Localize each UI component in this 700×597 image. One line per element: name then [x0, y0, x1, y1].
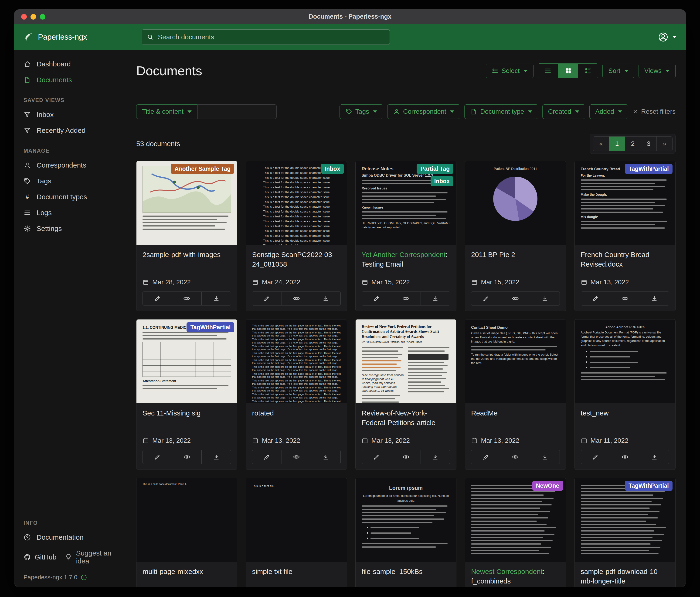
maximize-window-button[interactable]: [40, 14, 45, 20]
doc-title[interactable]: French Country Bread Revised.docx: [581, 250, 669, 272]
tag-badge[interactable]: TagWithPartial: [186, 322, 234, 332]
title-content-filter-input[interactable]: [198, 104, 277, 119]
edit-document-button[interactable]: [252, 292, 281, 305]
sidebar-item-documentation[interactable]: Documentation: [14, 529, 126, 545]
doc-title[interactable]: ReadMe: [471, 408, 559, 431]
view-document-button[interactable]: [610, 292, 640, 305]
doc-thumbnail[interactable]: This is a test file.: [246, 478, 347, 562]
edit-document-button[interactable]: [581, 450, 610, 464]
tag-badge[interactable]: Inbox: [321, 164, 344, 174]
doc-title[interactable]: Newest Correspondent: f_combineds: [471, 567, 559, 587]
view-document-button[interactable]: [172, 450, 201, 464]
document-card[interactable]: Lorem ipsumLorem ipsum dolor sit amet, c…: [355, 478, 456, 587]
view-document-button[interactable]: [172, 292, 201, 305]
document-card[interactable]: Review of New York Federal Petitions for…: [355, 319, 456, 470]
sidebar-item-documents[interactable]: Documents: [14, 72, 126, 88]
document-card[interactable]: This is a multi page document. Page 1. m…: [136, 478, 237, 587]
doc-thumbnail[interactable]: Lorem ipsumLorem ipsum dolor sit amet, c…: [356, 478, 456, 562]
doc-correspondent[interactable]: Newest Correspondent: [471, 568, 543, 575]
tag-badge[interactable]: TagWithPartial: [625, 164, 673, 174]
doc-title[interactable]: file-sample_150kBs: [361, 567, 450, 587]
tag-badge[interactable]: TagWithPartial: [625, 481, 673, 491]
title-content-filter-button[interactable]: Title & content: [136, 104, 198, 119]
doc-thumbnail[interactable]: This is a multi page document. Page 1.: [136, 478, 237, 562]
edit-document-button[interactable]: [362, 450, 391, 464]
sidebar-item-github[interactable]: GitHub: [24, 553, 56, 561]
list-view-button[interactable]: [538, 64, 558, 78]
doc-title[interactable]: simple txt file: [252, 567, 341, 587]
user-menu[interactable]: [658, 32, 676, 42]
doc-title[interactable]: Sonstige ScanPC2022 03-24_081058: [252, 250, 341, 272]
doc-title[interactable]: rotated: [252, 408, 341, 431]
document-card[interactable]: This is a test for the double space char…: [246, 161, 347, 311]
pagination-prev-button[interactable]: «: [593, 137, 609, 151]
view-document-button[interactable]: [610, 450, 640, 464]
sidebar-item-correspondents[interactable]: Correspondents: [14, 157, 126, 173]
doc-thumbnail[interactable]: Another Sample Tag: [136, 161, 237, 245]
sidebar-item-inbox[interactable]: Inbox: [14, 107, 126, 123]
sort-button[interactable]: Sort: [602, 64, 634, 78]
document-card[interactable]: Another Sample Tag 2sample-pdf-with-imag…: [136, 161, 237, 311]
document-card[interactable]: Contact Sheet DemoGiven a set of image f…: [465, 319, 566, 470]
download-document-button[interactable]: [201, 292, 231, 305]
select-button[interactable]: Select: [486, 64, 534, 78]
view-document-button[interactable]: [281, 292, 311, 305]
pagination-next-button[interactable]: »: [656, 137, 672, 151]
doc-title[interactable]: multi-page-mixedxx: [143, 567, 231, 587]
tag-badge[interactable]: Partial Tag: [417, 164, 453, 174]
reset-filters-button[interactable]: Reset filters: [632, 108, 676, 115]
doc-thumbnail[interactable]: This is a test for the double space char…: [246, 161, 347, 245]
view-document-button[interactable]: [501, 292, 530, 305]
document-card[interactable]: NewOne Newest Correspondent: f_combineds: [465, 478, 566, 587]
doc-title[interactable]: 2sample-pdf-with-images: [143, 250, 231, 272]
doc-thumbnail[interactable]: Release NotesSimba ODBC Driver for SQL S…: [356, 161, 456, 245]
document-card[interactable]: French Country BreadFor the Leaven:Make …: [574, 161, 676, 311]
edit-document-button[interactable]: [471, 450, 500, 464]
doc-correspondent[interactable]: Yet Another Correspondent: [361, 251, 446, 258]
pagination-page-3[interactable]: 3: [641, 137, 656, 151]
brand-home-link[interactable]: Paperless-ngx: [24, 32, 87, 42]
doc-title[interactable]: Yet Another Correspondent: Testing Email: [361, 250, 450, 272]
tag-badge[interactable]: Another Sample Tag: [171, 164, 234, 174]
detail-view-button[interactable]: [578, 64, 598, 78]
edit-document-button[interactable]: [252, 450, 281, 464]
document-card[interactable]: TagWithPartial sample-pdf-download-10-mb…: [574, 478, 676, 587]
doc-title[interactable]: sample-pdf-download-10-mb-longer-title: [581, 567, 669, 587]
sidebar-item-settings[interactable]: Settings: [14, 221, 126, 237]
sidebar-item-document-types[interactable]: # Document types: [14, 189, 126, 205]
document-card[interactable]: Release NotesSimba ODBC Driver for SQL S…: [355, 161, 456, 311]
document-type-filter-button[interactable]: Document type: [464, 104, 538, 119]
doc-thumbnail[interactable]: Adobe Acrobat PDF FilesAdobe® Portable D…: [575, 319, 675, 403]
document-card[interactable]: Adobe Acrobat PDF FilesAdobe® Portable D…: [574, 319, 676, 470]
minimize-window-button[interactable]: [30, 14, 36, 20]
sidebar-item-suggest-idea[interactable]: Suggest an idea: [65, 549, 117, 565]
sidebar-item-logs[interactable]: Logs: [14, 205, 126, 221]
doc-title[interactable]: 2011 BP Pie 2: [471, 250, 559, 272]
doc-thumbnail[interactable]: This is the text that appears on the fir…: [246, 319, 347, 403]
download-document-button[interactable]: [640, 450, 669, 464]
doc-title[interactable]: test_new: [581, 408, 669, 431]
correspondent-filter-button[interactable]: Correspondent: [387, 104, 460, 119]
edit-document-button[interactable]: [143, 450, 172, 464]
document-card[interactable]: Patient BP Distribution 2011 2011 BP Pie…: [465, 161, 566, 311]
doc-thumbnail[interactable]: 1.1. CONTINUING MEDICAL EDUCAAttestation…: [136, 319, 237, 403]
download-document-button[interactable]: [640, 292, 669, 305]
search-input[interactable]: [157, 33, 385, 41]
view-document-button[interactable]: [391, 450, 420, 464]
pagination-page-2[interactable]: 2: [625, 137, 641, 151]
info-circle-icon[interactable]: [80, 574, 87, 581]
sidebar-item-dashboard[interactable]: Dashboard: [14, 56, 126, 72]
view-document-button[interactable]: [391, 292, 420, 305]
doc-thumbnail[interactable]: Review of New York Federal Petitions for…: [356, 319, 456, 403]
close-window-button[interactable]: [21, 14, 27, 20]
document-card[interactable]: 1.1. CONTINUING MEDICAL EDUCAAttestation…: [136, 319, 237, 470]
download-document-button[interactable]: [421, 450, 450, 464]
download-document-button[interactable]: [311, 292, 340, 305]
edit-document-button[interactable]: [143, 292, 172, 305]
view-document-button[interactable]: [281, 450, 311, 464]
added-filter-button[interactable]: Added: [590, 104, 628, 119]
doc-thumbnail[interactable]: Contact Sheet DemoGiven a set of image f…: [465, 319, 566, 403]
doc-thumbnail[interactable]: Patient BP Distribution 2011: [465, 161, 566, 245]
created-filter-button[interactable]: Created: [542, 104, 585, 119]
views-button[interactable]: Views: [639, 64, 676, 78]
